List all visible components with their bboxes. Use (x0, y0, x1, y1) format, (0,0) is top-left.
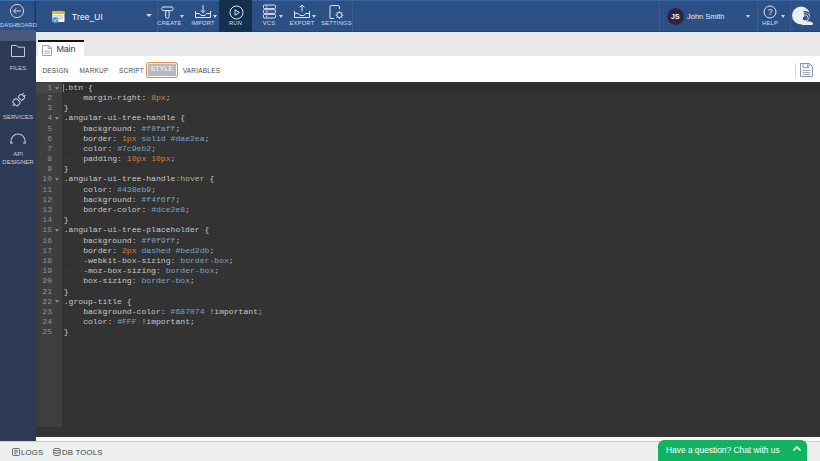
svg-text:?: ? (768, 7, 773, 17)
